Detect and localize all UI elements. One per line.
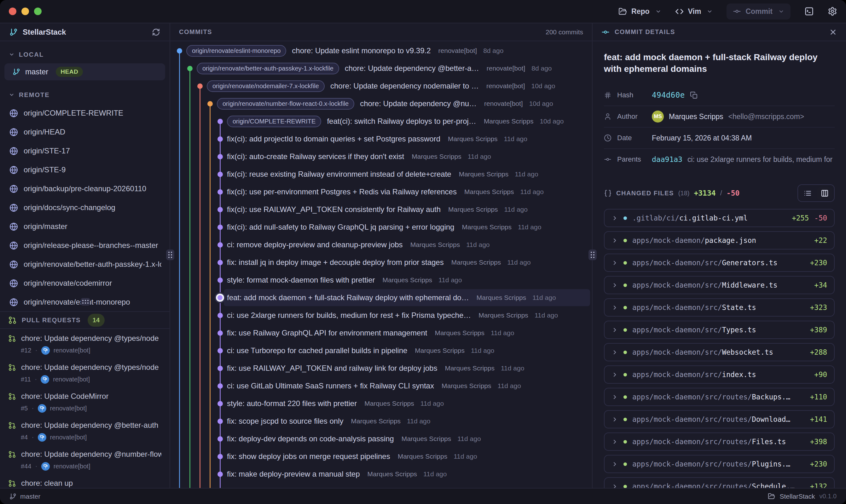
commit-row[interactable]: style: format mock-daemon files with pre… <box>170 271 592 289</box>
changed-file-row[interactable]: apps/mock-daemon/src/routes/Schedule.… +… <box>604 477 835 488</box>
chevron-right-icon[interactable] <box>612 461 618 467</box>
changed-file-row[interactable]: apps/mock-daemon/src/Types.ts +389 <box>604 321 835 339</box>
copy-icon[interactable] <box>690 91 698 99</box>
branch-ref-badge[interactable]: origin/renovate/nodemailer-7.x-lockfile <box>207 80 325 92</box>
chevron-right-icon[interactable] <box>612 215 618 221</box>
changed-file-row[interactable]: apps/mock-daemon/src/Middleware.ts +34 <box>604 276 835 294</box>
git-commit-icon <box>601 28 610 36</box>
chevron-right-icon[interactable] <box>612 416 618 423</box>
changed-file-row[interactable]: apps/mock-daemon/src/State.ts +323 <box>604 298 835 317</box>
commit-row[interactable]: ci: use Turborepo for cached parallel bu… <box>170 342 592 359</box>
chevron-right-icon[interactable] <box>612 349 618 356</box>
section-remote[interactable]: REMOTE <box>0 88 170 102</box>
commit-row[interactable]: fix(ci): reuse existing Railway environm… <box>170 165 592 183</box>
commit-row[interactable]: fix: use RAILWAY_API_TOKEN and railway l… <box>170 359 592 377</box>
sidebar-item-remote-branch[interactable]: origin/master <box>0 217 170 236</box>
section-local[interactable]: LOCAL <box>0 48 170 61</box>
chevron-right-icon[interactable] <box>612 394 618 400</box>
sidebar-item-remote-branch[interactable]: origin/docs/sync-changelog <box>0 198 170 217</box>
commit-row[interactable]: fix: use Railway GraphQL API for environ… <box>170 324 592 342</box>
branch-ref-badge[interactable]: origin/renovate/number-flow-react-0.x-lo… <box>217 98 354 110</box>
commit-row[interactable]: fix(ci): use per-environment Postgres + … <box>170 183 592 201</box>
commit-row[interactable]: ci: remove deploy-preview and cleanup-pr… <box>170 236 592 254</box>
section-pull-requests[interactable]: PULL REQUESTS 14 <box>0 311 170 329</box>
pull-request-item[interactable]: chore: Update dependency @better-auth #4… <box>0 417 170 446</box>
commit-row[interactable]: origin/renovate/nodemailer-7.x-lockfile … <box>170 77 592 95</box>
sidebar-resize-handle[interactable] <box>166 250 174 260</box>
commit-dropdown[interactable]: Commit <box>726 3 791 20</box>
commit-hash[interactable]: 494d60e <box>652 91 685 100</box>
commit-row[interactable]: origin/renovate/eslint-monorepo chore: U… <box>170 42 592 59</box>
changed-file-row[interactable]: apps/mock-daemon/src/routes/Backups.… +1… <box>604 388 835 406</box>
pull-request-item[interactable]: chore: Update dependency @types/node #11… <box>0 359 170 388</box>
changed-file-row[interactable]: apps/mock-daemon/src/Websocket.ts +288 <box>604 343 835 361</box>
commit-row[interactable]: origin/renovate/better-auth-passkey-1.x-… <box>170 59 592 77</box>
commit-author: Marques Scripps <box>410 241 460 249</box>
branch-ref-badge[interactable]: origin/COMPLETE-REWRITE <box>227 115 321 127</box>
sidebar-item-remote-branch[interactable]: origin/HEAD <box>0 123 170 141</box>
commit-row[interactable]: origin/COMPLETE-REWRITE feat(ci): switch… <box>170 112 592 130</box>
commit-row[interactable]: fix: make deploy-preview a manual step M… <box>170 465 592 483</box>
parent-hash[interactable]: daa91a3 <box>652 155 683 163</box>
repo-dropdown[interactable]: Repo <box>618 7 661 16</box>
sidebar-item-remote-branch[interactable]: origin/COMPLETE-REWRITE <box>0 104 170 123</box>
chevron-right-icon[interactable] <box>612 327 618 333</box>
commit-row[interactable]: fix(ci): add projectId to domain queries… <box>170 130 592 148</box>
changed-file-row[interactable]: apps/mock-daemon/src/routes/Files.ts +39… <box>604 432 835 451</box>
section-resize-handle[interactable] <box>81 298 90 306</box>
pull-request-item[interactable]: chore: Update dependency @types/node #12… <box>0 330 170 359</box>
chevron-right-icon[interactable] <box>612 304 618 311</box>
minimize-window-button[interactable] <box>21 7 29 15</box>
tree-view-button[interactable] <box>817 187 832 199</box>
sidebar-item-remote-branch[interactable]: origin/STE-9 <box>0 160 170 179</box>
sidebar-item-remote-branch[interactable]: origin/backup/pre-cleanup-20260110 <box>0 179 170 198</box>
statusbar-branch[interactable]: master <box>20 493 40 500</box>
chevron-right-icon[interactable] <box>612 237 618 244</box>
chevron-right-icon[interactable] <box>612 282 618 289</box>
commit-row[interactable]: feat: add mock daemon + full-stack Railw… <box>170 289 592 306</box>
commit-row[interactable]: fix(ci): add null-safety to Railway Grap… <box>170 218 592 236</box>
chevron-right-icon[interactable] <box>612 483 618 488</box>
sidebar-item-master[interactable]: master HEAD <box>4 63 165 80</box>
close-window-button[interactable] <box>9 7 16 15</box>
details-resize-handle[interactable] <box>588 250 597 260</box>
pull-request-item[interactable]: chore: clean up <box>0 475 170 488</box>
pull-request-item[interactable]: chore: Update dependency @number-flow #4… <box>0 446 170 475</box>
changed-file-row[interactable]: apps/mock-daemon/src/routes/Plugins.… +2… <box>604 455 835 473</box>
terminal-button[interactable] <box>805 6 814 16</box>
commit-row[interactable]: fix: deploy-dev depends on code-analysis… <box>170 430 592 448</box>
editor-dropdown[interactable]: Vim <box>675 7 713 16</box>
chevron-right-icon[interactable] <box>612 259 618 266</box>
commit-message: feat(ci): switch Railway deploys to per-… <box>327 117 476 126</box>
commit-author: Marques Scripps <box>462 223 512 231</box>
branch-ref-badge[interactable]: origin/renovate/better-auth-passkey-1.x-… <box>197 63 339 74</box>
commit-author: Marques Scripps <box>368 470 417 478</box>
changed-file-row[interactable]: apps/mock-daemon/package.json +22 <box>604 231 835 250</box>
close-icon[interactable] <box>829 28 837 36</box>
commit-row[interactable]: fix: show deploy jobs on merge request p… <box>170 448 592 465</box>
settings-button[interactable] <box>828 6 837 16</box>
zoom-window-button[interactable] <box>34 7 41 15</box>
list-view-button[interactable] <box>800 187 815 199</box>
sidebar-item-remote-branch[interactable]: origin/renovate/better-auth-passkey-1.x-… <box>0 255 170 274</box>
commit-row[interactable]: fix: scope jscpd to source files only Ma… <box>170 412 592 430</box>
changed-file-row[interactable]: apps/mock-daemon/src/index.ts +90 <box>604 365 835 384</box>
commit-row[interactable]: ci: use 2xlarge runners for builds, medi… <box>170 306 592 324</box>
commit-row[interactable]: ci: use GitLab Ultimate SaaS runners + f… <box>170 377 592 395</box>
sidebar-item-remote-branch[interactable]: origin/renovate/codemirror <box>0 274 170 293</box>
commit-row[interactable]: fix: install jq in deploy image + decoup… <box>170 254 592 271</box>
sidebar-item-remote-branch[interactable]: origin/release-please--branches--master <box>0 236 170 255</box>
refresh-button[interactable] <box>152 28 160 36</box>
chevron-right-icon[interactable] <box>612 372 618 378</box>
sidebar-item-remote-branch[interactable]: origin/STE-17 <box>0 141 170 160</box>
branch-ref-badge[interactable]: origin/renovate/eslint-monorepo <box>186 45 286 57</box>
changed-file-row[interactable]: apps/mock-daemon/src/Generators.ts +230 <box>604 254 835 272</box>
chevron-right-icon[interactable] <box>612 438 618 445</box>
commit-row[interactable]: fix(ci): auto-create Railway services if… <box>170 148 592 165</box>
pull-request-item[interactable]: chore: Update CodeMirror #5 · renovate[b… <box>0 388 170 417</box>
commit-row[interactable]: style: auto-format 220 files with pretti… <box>170 395 592 412</box>
commit-row[interactable]: origin/renovate/number-flow-react-0.x-lo… <box>170 95 592 112</box>
changed-file-row[interactable]: apps/mock-daemon/src/routes/Download… +1… <box>604 410 835 428</box>
changed-file-row[interactable]: .gitlab/ci/ci.gitlab-ci.yml +255 -50 <box>604 209 835 227</box>
commit-row[interactable]: fix(ci): use RAILWAY_API_TOKEN consisten… <box>170 201 592 218</box>
